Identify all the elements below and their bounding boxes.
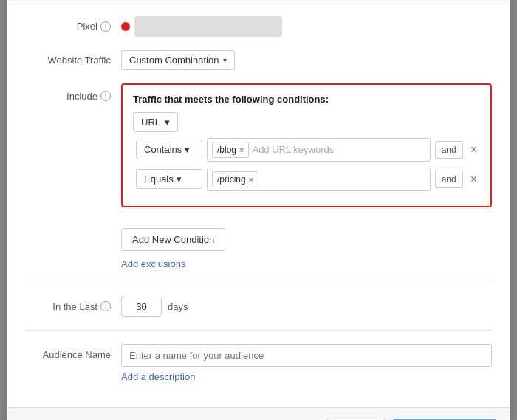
condition-tag-0: /blog × xyxy=(212,142,249,158)
in-last-input[interactable] xyxy=(121,297,162,317)
in-last-label: In the Last i xyxy=(25,301,121,312)
include-conditions-box: Traffic that meets the following conditi… xyxy=(121,83,492,207)
condition-remove-1[interactable]: × xyxy=(468,172,480,187)
condition-input-area-0[interactable]: /blog × Add URL keywords xyxy=(207,138,431,162)
create-audience-modal: Create Audience × Pixel i Website Traffi… xyxy=(7,0,510,420)
conditions-title-row: Traffic that meets the following conditi… xyxy=(133,94,480,105)
condition-type-button-1[interactable]: Equals ▾ xyxy=(136,169,202,189)
pixel-status-dot xyxy=(121,22,130,31)
audience-name-label: Audience Name xyxy=(25,344,121,360)
condition-placeholder-0: Add URL keywords xyxy=(252,144,334,155)
in-the-last-row: In the Last i days xyxy=(25,297,492,317)
url-type-dropdown[interactable]: URL ▾ xyxy=(133,112,178,132)
website-traffic-value: Custom Combination xyxy=(129,55,219,66)
in-last-info-icon[interactable]: i xyxy=(100,301,111,311)
condition-tag-value-0: /blog xyxy=(217,145,236,155)
modal-overlay: Create Audience × Pixel i Website Traffi… xyxy=(0,0,517,420)
condition-connector-0[interactable]: and xyxy=(435,141,463,159)
website-traffic-arrow: ▾ xyxy=(223,56,227,64)
divider-2 xyxy=(25,330,492,331)
condition-tag-value-1: /pricing xyxy=(217,174,246,185)
audience-name-input[interactable] xyxy=(121,344,492,367)
pixel-label: Pixel i xyxy=(25,21,121,32)
include-info-icon[interactable]: i xyxy=(100,91,111,101)
include-label-container: Include i xyxy=(25,83,121,102)
condition-connector-1[interactable]: and xyxy=(435,171,463,188)
website-traffic-label: Website Traffic xyxy=(25,55,121,66)
condition-remove-0[interactable]: × xyxy=(468,142,480,157)
condition-type-label-1: Equals xyxy=(144,173,174,185)
pixel-bar xyxy=(134,16,282,37)
condition-type-arrow-0: ▾ xyxy=(185,144,190,155)
url-type-row: URL ▾ xyxy=(133,112,480,132)
audience-name-row: Audience Name Add a description xyxy=(25,344,492,382)
audience-name-field-container: Add a description xyxy=(121,344,492,382)
add-description-link[interactable]: Add a description xyxy=(121,371,492,382)
pixel-info-icon[interactable]: i xyxy=(100,21,111,32)
condition-input-area-1[interactable]: /pricing × xyxy=(207,168,431,191)
modal-body: Pixel i Website Traffic Custom Combinati… xyxy=(7,1,510,407)
condition-row-1: Equals ▾ /pricing × and × xyxy=(136,168,480,191)
condition-type-label-0: Contains xyxy=(144,144,182,155)
pixel-row: Pixel i xyxy=(25,16,492,37)
url-type-label: URL xyxy=(141,117,160,128)
condition-type-arrow-1: ▾ xyxy=(177,173,182,185)
include-label: Include xyxy=(66,91,97,102)
url-type-arrow: ▾ xyxy=(165,117,170,128)
divider xyxy=(25,283,492,283)
days-label: days xyxy=(168,301,188,312)
condition-tag-close-0[interactable]: × xyxy=(239,145,244,154)
condition-row-0: Contains ▾ /blog × Add URL keywords and … xyxy=(136,138,480,162)
conditions-title: Traffic that meets the following conditi… xyxy=(133,94,329,105)
add-exclusions-link[interactable]: Add exclusions xyxy=(121,258,492,269)
add-new-condition-button[interactable]: Add New Condition xyxy=(121,228,225,251)
modal-footer: ⚙ Cancel Create Audience xyxy=(7,407,510,421)
condition-tag-1: /pricing × xyxy=(212,171,258,187)
condition-type-button-0[interactable]: Contains ▾ xyxy=(136,140,202,159)
website-traffic-dropdown[interactable]: Custom Combination ▾ xyxy=(121,50,235,70)
website-traffic-row: Website Traffic Custom Combination ▾ xyxy=(25,50,492,70)
condition-tag-close-1[interactable]: × xyxy=(249,175,253,184)
